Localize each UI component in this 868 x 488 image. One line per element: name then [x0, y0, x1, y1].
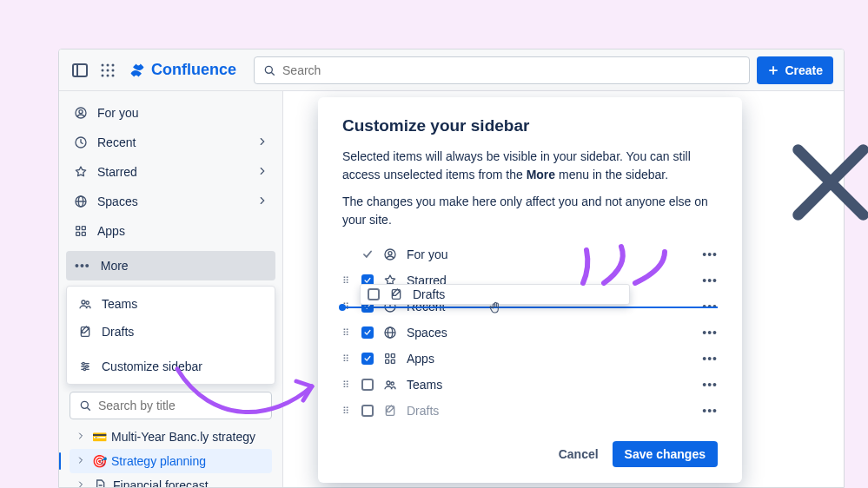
modal-description-1: Selected items will always be visible in… [342, 148, 718, 184]
page-emoji: 🎯 [92, 454, 106, 468]
global-search[interactable] [254, 56, 750, 84]
option-overflow-button[interactable]: ••• [702, 352, 718, 366]
option-label: Spaces [407, 326, 447, 340]
drag-handle-icon[interactable]: ⠿ [342, 406, 353, 417]
overflow-teams[interactable]: Teams [67, 290, 275, 318]
sliders-icon [77, 359, 93, 374]
sidebar-filter-input[interactable] [98, 399, 264, 412]
topbar: Confluence Create [59, 49, 844, 91]
nav-recent[interactable]: Recent [59, 128, 282, 157]
option-row-drafts: ⠿Drafts••• [342, 398, 718, 424]
tree-label: Multi-Year Banc.ly strategy [111, 430, 255, 444]
option-overflow-button[interactable]: ••• [702, 326, 718, 340]
draft-icon [382, 403, 398, 419]
people-icon [77, 296, 93, 312]
apps-icon [382, 351, 398, 366]
page-emoji: 💳 [92, 430, 106, 444]
more-label: More [101, 259, 129, 273]
sidebar-collapse-icon[interactable] [70, 60, 90, 81]
customize-label: Customize sidebar [102, 359, 202, 373]
chevron-right-icon[interactable] [75, 431, 87, 444]
tree-row[interactable]: Financial forecast [70, 473, 272, 488]
globe-icon [382, 325, 398, 340]
draft-icon [388, 287, 404, 302]
tree-row[interactable]: 🎯Strategy planning [70, 449, 272, 473]
page-tree: 💳Multi-Year Banc.ly strategy🎯Strategy pl… [59, 425, 282, 488]
option-label: Drafts [407, 404, 439, 418]
options-list: For you•••⠿Starred•••⠿Recent•••⠿Spaces••… [342, 241, 718, 424]
chevron-right-icon[interactable] [75, 479, 87, 489]
option-row-spaces: ⠿Spaces••• [342, 320, 718, 346]
person-circle-icon [382, 247, 398, 262]
star-icon [73, 164, 89, 180]
locked-check-icon [361, 248, 374, 260]
chevron-right-icon [256, 195, 268, 209]
nav-starred[interactable]: Starred [59, 157, 282, 187]
sidebar-more[interactable]: ••• More [66, 251, 275, 280]
tree-label: Financial forecast [113, 478, 209, 488]
sidebar: For youRecentStarredSpacesApps ••• More … [59, 91, 283, 487]
product-logo[interactable]: Confluence [129, 61, 236, 79]
nav-spaces[interactable]: Spaces [59, 187, 282, 216]
option-row-apps: ⠿Apps••• [342, 346, 718, 372]
drag-ghost-label: Drafts [413, 287, 445, 301]
nav-label: Spaces [97, 195, 138, 208]
modal-title: Customize your sidebar [342, 116, 529, 135]
option-checkbox[interactable] [361, 326, 374, 339]
product-name: Confluence [151, 61, 236, 79]
page-icon [92, 478, 108, 488]
chevron-right-icon [256, 165, 268, 180]
drag-handle-icon[interactable]: ⠿ [342, 353, 353, 365]
nav-label: Apps [97, 224, 125, 238]
nav-apps[interactable]: Apps [59, 216, 282, 246]
modal-description-2: The changes you make here only affect yo… [342, 193, 718, 229]
more-dots-icon: ••• [75, 259, 90, 273]
chevron-right-icon[interactable] [75, 455, 87, 468]
option-checkbox[interactable] [361, 353, 374, 365]
option-checkbox[interactable] [361, 405, 374, 417]
option-label: Apps [407, 352, 434, 366]
drop-indicator [342, 307, 718, 308]
tree-row[interactable]: 💳Multi-Year Banc.ly strategy [70, 425, 272, 449]
nav-label: Starred [97, 165, 137, 179]
drag-handle-icon[interactable]: ⠿ [342, 275, 353, 287]
overflow-label: Teams [102, 297, 137, 311]
globe-icon [73, 194, 89, 209]
overflow-label: Drafts [102, 325, 134, 339]
people-icon [382, 377, 398, 392]
drag-checkbox[interactable] [368, 288, 380, 300]
create-button[interactable]: Create [757, 56, 833, 84]
app-switcher-icon[interactable] [97, 60, 118, 81]
drag-handle-icon[interactable]: ⠿ [342, 379, 353, 391]
option-overflow-button[interactable]: ••• [702, 378, 718, 392]
option-row-teams: ⠿Teams••• [342, 372, 718, 398]
draft-icon [77, 324, 93, 340]
option-row-for-you: For you••• [342, 241, 718, 267]
search-icon [262, 63, 277, 78]
option-label: For you [407, 247, 447, 261]
option-overflow-button[interactable]: ••• [702, 247, 718, 261]
cancel-button[interactable]: Cancel [555, 441, 602, 467]
nav-label: For you [97, 106, 138, 120]
apps-icon [73, 223, 89, 239]
customize-sidebar-item[interactable]: Customize sidebar [67, 353, 275, 380]
nav-for-you[interactable]: For you [59, 98, 282, 128]
person-circle-icon [73, 105, 89, 121]
chevron-right-icon [256, 135, 268, 150]
more-popup: TeamsDrafts Customize sidebar [66, 286, 275, 385]
sidebar-filter[interactable] [70, 392, 272, 419]
save-button[interactable]: Save changes [613, 441, 718, 467]
grab-cursor-icon [488, 300, 502, 318]
close-button[interactable] [700, 117, 718, 135]
tree-label: Strategy planning [111, 454, 206, 468]
option-checkbox[interactable] [361, 379, 374, 391]
search-input[interactable] [282, 63, 742, 77]
option-label: Teams [407, 378, 442, 392]
option-overflow-button[interactable]: ••• [702, 404, 718, 418]
drag-handle-icon[interactable]: ⠿ [342, 327, 353, 339]
nav-label: Recent [97, 135, 136, 149]
option-overflow-button[interactable]: ••• [702, 274, 718, 287]
clock-icon [73, 135, 89, 150]
create-label: Create [785, 63, 823, 77]
overflow-drafts[interactable]: Drafts [67, 318, 275, 346]
